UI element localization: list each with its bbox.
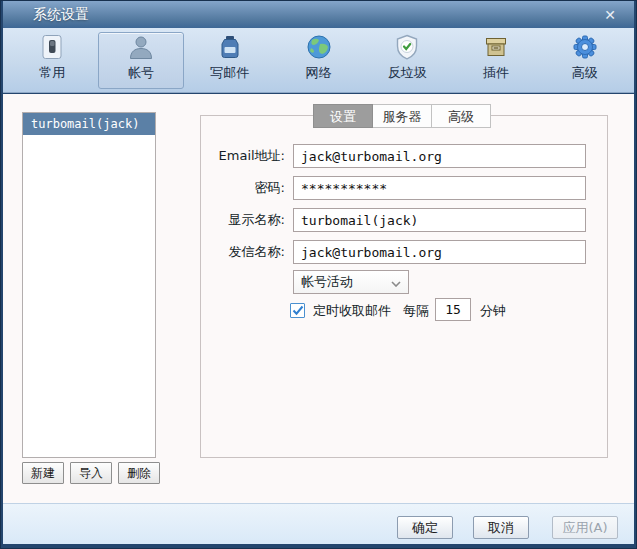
auto-receive-label: 定时收取邮件: [313, 303, 391, 319]
import-account-button[interactable]: 导入: [70, 462, 112, 484]
ok-button[interactable]: 确定: [397, 516, 453, 539]
main-content: turbomail(jack) 新建 导入 删除 设置 服务器 高级 Email…: [3, 94, 634, 503]
password-field[interactable]: [293, 176, 586, 200]
footer: 确定 取消 应用(A): [3, 503, 634, 544]
sender-name-field[interactable]: [293, 240, 586, 264]
toolbar: 常用 帐号 写邮件 网络 反垃圾: [3, 28, 634, 93]
email-field[interactable]: [293, 144, 586, 168]
toolbar-item-label: 常用: [39, 64, 65, 82]
account-list-item[interactable]: turbomail(jack): [23, 113, 155, 135]
toolbar-item-plugins[interactable]: 插件: [453, 32, 540, 89]
checkmark-icon: [292, 301, 304, 320]
apply-button[interactable]: 应用(A): [552, 516, 618, 539]
titlebar: 系统设置 ✕: [3, 1, 634, 28]
box-icon: [483, 33, 509, 61]
toolbar-item-label: 写邮件: [210, 64, 249, 82]
tab-advanced[interactable]: 高级: [431, 104, 491, 128]
toolbar-item-advanced[interactable]: 高级: [541, 32, 628, 89]
window-title: 系统设置: [33, 6, 89, 24]
toolbar-item-antispam[interactable]: 反垃圾: [364, 32, 451, 89]
tab-settings[interactable]: 设置: [313, 104, 373, 128]
account-status-dropdown[interactable]: 帐号活动: [293, 270, 409, 294]
toolbar-item-compose[interactable]: 写邮件: [186, 32, 273, 89]
interval-minutes-field[interactable]: [435, 298, 471, 321]
close-icon[interactable]: ✕: [600, 5, 620, 25]
switch-icon: [39, 33, 65, 61]
chevron-down-icon: [391, 275, 401, 290]
shield-check-icon: [394, 33, 420, 61]
ink-bottle-icon: [217, 33, 243, 61]
settings-window: 系统设置 ✕ 常用 帐号 写邮件 网络: [0, 0, 637, 549]
account-status-value: 帐号活动: [301, 273, 353, 291]
interval-prefix-label: 每隔: [403, 303, 429, 319]
sender-name-label: 发信名称:: [163, 240, 285, 264]
user-icon: [126, 33, 156, 61]
toolbar-item-general[interactable]: 常用: [9, 32, 96, 89]
interval-unit-label: 分钟: [480, 303, 506, 319]
toolbar-item-label: 高级: [572, 64, 598, 82]
display-name-field[interactable]: [293, 208, 586, 232]
toolbar-item-label: 插件: [483, 64, 509, 82]
toolbar-item-network[interactable]: 网络: [275, 32, 362, 89]
email-label: Email地址:: [163, 144, 285, 168]
auto-receive-checkbox[interactable]: [290, 303, 305, 318]
delete-account-button[interactable]: 删除: [118, 462, 160, 484]
toolbar-item-account[interactable]: 帐号: [98, 32, 185, 89]
new-account-button[interactable]: 新建: [22, 462, 64, 484]
toolbar-item-label: 反垃圾: [388, 64, 427, 82]
tab-bar: 设置 服务器 高级: [314, 104, 491, 128]
password-label: 密码:: [163, 176, 285, 200]
display-name-label: 显示名称:: [163, 208, 285, 232]
tab-server[interactable]: 服务器: [372, 104, 432, 128]
toolbar-item-label: 帐号: [128, 64, 154, 82]
gear-icon: [572, 33, 598, 61]
cancel-button[interactable]: 取消: [473, 516, 529, 539]
globe-icon: [306, 33, 332, 61]
account-list: turbomail(jack): [22, 112, 156, 458]
account-list-actions: 新建 导入 删除: [22, 462, 160, 484]
toolbar-item-label: 网络: [306, 64, 332, 82]
